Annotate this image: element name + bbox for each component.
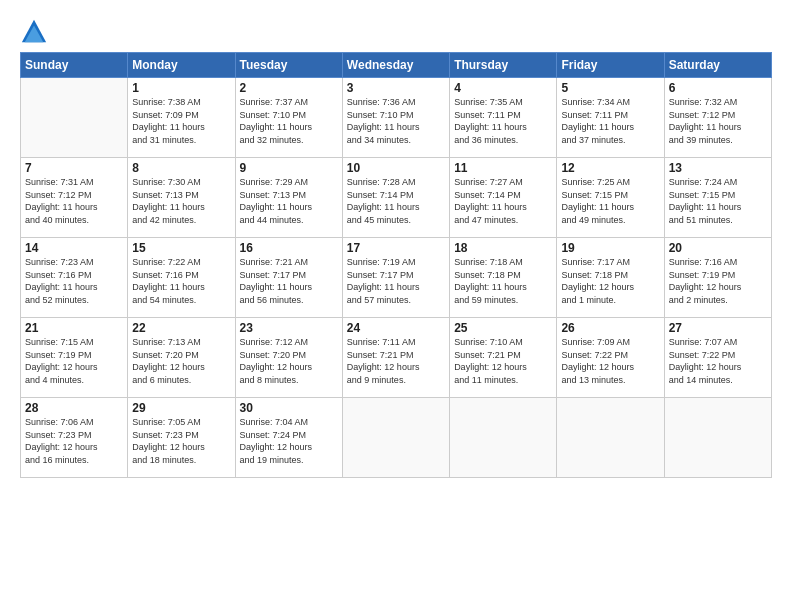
day-number: 12 (561, 161, 659, 175)
day-number: 11 (454, 161, 552, 175)
day-number: 10 (347, 161, 445, 175)
calendar-cell: 27Sunrise: 7:07 AMSunset: 7:22 PMDayligh… (664, 318, 771, 398)
calendar-cell: 21Sunrise: 7:15 AMSunset: 7:19 PMDayligh… (21, 318, 128, 398)
cell-details: Sunrise: 7:37 AMSunset: 7:10 PMDaylight:… (240, 96, 338, 146)
calendar-cell: 2Sunrise: 7:37 AMSunset: 7:10 PMDaylight… (235, 78, 342, 158)
day-number: 9 (240, 161, 338, 175)
day-number: 13 (669, 161, 767, 175)
weekday-header-friday: Friday (557, 53, 664, 78)
weekday-header-tuesday: Tuesday (235, 53, 342, 78)
cell-details: Sunrise: 7:36 AMSunset: 7:10 PMDaylight:… (347, 96, 445, 146)
weekday-header-saturday: Saturday (664, 53, 771, 78)
cell-details: Sunrise: 7:30 AMSunset: 7:13 PMDaylight:… (132, 176, 230, 226)
day-number: 14 (25, 241, 123, 255)
calendar-cell (450, 398, 557, 478)
cell-details: Sunrise: 7:09 AMSunset: 7:22 PMDaylight:… (561, 336, 659, 386)
cell-details: Sunrise: 7:04 AMSunset: 7:24 PMDaylight:… (240, 416, 338, 466)
calendar-cell: 6Sunrise: 7:32 AMSunset: 7:12 PMDaylight… (664, 78, 771, 158)
cell-details: Sunrise: 7:38 AMSunset: 7:09 PMDaylight:… (132, 96, 230, 146)
day-number: 7 (25, 161, 123, 175)
calendar-cell: 7Sunrise: 7:31 AMSunset: 7:12 PMDaylight… (21, 158, 128, 238)
cell-details: Sunrise: 7:24 AMSunset: 7:15 PMDaylight:… (669, 176, 767, 226)
day-number: 16 (240, 241, 338, 255)
day-number: 2 (240, 81, 338, 95)
calendar-cell: 24Sunrise: 7:11 AMSunset: 7:21 PMDayligh… (342, 318, 449, 398)
calendar-cell (21, 78, 128, 158)
day-number: 24 (347, 321, 445, 335)
cell-details: Sunrise: 7:28 AMSunset: 7:14 PMDaylight:… (347, 176, 445, 226)
calendar-row-1: 7Sunrise: 7:31 AMSunset: 7:12 PMDaylight… (21, 158, 772, 238)
cell-details: Sunrise: 7:19 AMSunset: 7:17 PMDaylight:… (347, 256, 445, 306)
cell-details: Sunrise: 7:21 AMSunset: 7:17 PMDaylight:… (240, 256, 338, 306)
day-number: 5 (561, 81, 659, 95)
day-number: 21 (25, 321, 123, 335)
calendar-cell: 10Sunrise: 7:28 AMSunset: 7:14 PMDayligh… (342, 158, 449, 238)
cell-details: Sunrise: 7:18 AMSunset: 7:18 PMDaylight:… (454, 256, 552, 306)
day-number: 18 (454, 241, 552, 255)
header (20, 18, 772, 46)
weekday-header-wednesday: Wednesday (342, 53, 449, 78)
calendar-cell: 28Sunrise: 7:06 AMSunset: 7:23 PMDayligh… (21, 398, 128, 478)
cell-details: Sunrise: 7:25 AMSunset: 7:15 PMDaylight:… (561, 176, 659, 226)
calendar-cell: 17Sunrise: 7:19 AMSunset: 7:17 PMDayligh… (342, 238, 449, 318)
calendar-cell: 13Sunrise: 7:24 AMSunset: 7:15 PMDayligh… (664, 158, 771, 238)
weekday-header-sunday: Sunday (21, 53, 128, 78)
calendar-cell: 19Sunrise: 7:17 AMSunset: 7:18 PMDayligh… (557, 238, 664, 318)
calendar-cell: 30Sunrise: 7:04 AMSunset: 7:24 PMDayligh… (235, 398, 342, 478)
day-number: 1 (132, 81, 230, 95)
calendar-cell: 18Sunrise: 7:18 AMSunset: 7:18 PMDayligh… (450, 238, 557, 318)
cell-details: Sunrise: 7:05 AMSunset: 7:23 PMDaylight:… (132, 416, 230, 466)
calendar-cell: 16Sunrise: 7:21 AMSunset: 7:17 PMDayligh… (235, 238, 342, 318)
day-number: 20 (669, 241, 767, 255)
calendar-cell: 1Sunrise: 7:38 AMSunset: 7:09 PMDaylight… (128, 78, 235, 158)
cell-details: Sunrise: 7:34 AMSunset: 7:11 PMDaylight:… (561, 96, 659, 146)
calendar-table: SundayMondayTuesdayWednesdayThursdayFrid… (20, 52, 772, 478)
day-number: 23 (240, 321, 338, 335)
cell-details: Sunrise: 7:27 AMSunset: 7:14 PMDaylight:… (454, 176, 552, 226)
calendar-row-4: 28Sunrise: 7:06 AMSunset: 7:23 PMDayligh… (21, 398, 772, 478)
cell-details: Sunrise: 7:11 AMSunset: 7:21 PMDaylight:… (347, 336, 445, 386)
logo-icon (20, 18, 48, 46)
calendar-cell: 26Sunrise: 7:09 AMSunset: 7:22 PMDayligh… (557, 318, 664, 398)
cell-details: Sunrise: 7:10 AMSunset: 7:21 PMDaylight:… (454, 336, 552, 386)
calendar-cell: 8Sunrise: 7:30 AMSunset: 7:13 PMDaylight… (128, 158, 235, 238)
day-number: 26 (561, 321, 659, 335)
weekday-header-thursday: Thursday (450, 53, 557, 78)
cell-details: Sunrise: 7:12 AMSunset: 7:20 PMDaylight:… (240, 336, 338, 386)
cell-details: Sunrise: 7:31 AMSunset: 7:12 PMDaylight:… (25, 176, 123, 226)
cell-details: Sunrise: 7:23 AMSunset: 7:16 PMDaylight:… (25, 256, 123, 306)
cell-details: Sunrise: 7:29 AMSunset: 7:13 PMDaylight:… (240, 176, 338, 226)
calendar-row-0: 1Sunrise: 7:38 AMSunset: 7:09 PMDaylight… (21, 78, 772, 158)
day-number: 29 (132, 401, 230, 415)
cell-details: Sunrise: 7:13 AMSunset: 7:20 PMDaylight:… (132, 336, 230, 386)
cell-details: Sunrise: 7:35 AMSunset: 7:11 PMDaylight:… (454, 96, 552, 146)
day-number: 22 (132, 321, 230, 335)
day-number: 8 (132, 161, 230, 175)
calendar-cell: 9Sunrise: 7:29 AMSunset: 7:13 PMDaylight… (235, 158, 342, 238)
calendar-cell: 20Sunrise: 7:16 AMSunset: 7:19 PMDayligh… (664, 238, 771, 318)
day-number: 15 (132, 241, 230, 255)
cell-details: Sunrise: 7:22 AMSunset: 7:16 PMDaylight:… (132, 256, 230, 306)
cell-details: Sunrise: 7:17 AMSunset: 7:18 PMDaylight:… (561, 256, 659, 306)
calendar-cell: 23Sunrise: 7:12 AMSunset: 7:20 PMDayligh… (235, 318, 342, 398)
calendar-cell: 3Sunrise: 7:36 AMSunset: 7:10 PMDaylight… (342, 78, 449, 158)
cell-details: Sunrise: 7:16 AMSunset: 7:19 PMDaylight:… (669, 256, 767, 306)
cell-details: Sunrise: 7:15 AMSunset: 7:19 PMDaylight:… (25, 336, 123, 386)
day-number: 6 (669, 81, 767, 95)
cell-details: Sunrise: 7:06 AMSunset: 7:23 PMDaylight:… (25, 416, 123, 466)
day-number: 3 (347, 81, 445, 95)
calendar-cell (664, 398, 771, 478)
day-number: 19 (561, 241, 659, 255)
page: SundayMondayTuesdayWednesdayThursdayFrid… (0, 0, 792, 612)
calendar-row-3: 21Sunrise: 7:15 AMSunset: 7:19 PMDayligh… (21, 318, 772, 398)
day-number: 30 (240, 401, 338, 415)
day-number: 17 (347, 241, 445, 255)
calendar-cell (342, 398, 449, 478)
day-number: 4 (454, 81, 552, 95)
weekday-header-monday: Monday (128, 53, 235, 78)
day-number: 27 (669, 321, 767, 335)
calendar-cell (557, 398, 664, 478)
day-number: 28 (25, 401, 123, 415)
calendar-cell: 4Sunrise: 7:35 AMSunset: 7:11 PMDaylight… (450, 78, 557, 158)
calendar-cell: 29Sunrise: 7:05 AMSunset: 7:23 PMDayligh… (128, 398, 235, 478)
